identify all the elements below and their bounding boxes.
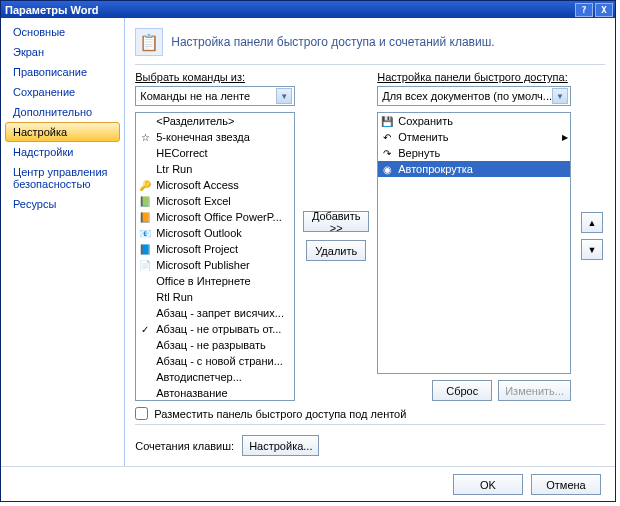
item-icon: ✓ bbox=[138, 322, 152, 336]
list-item[interactable]: Office в Интернете bbox=[136, 273, 294, 289]
list-item[interactable]: Абзац - с новой страни... bbox=[136, 353, 294, 369]
list-item[interactable]: Rtl Run bbox=[136, 289, 294, 305]
list-item[interactable]: 💾Сохранить bbox=[378, 113, 570, 129]
checkbox-label: Разместить панель быстрого доступа под л… bbox=[154, 408, 406, 420]
reset-row: Сброс Изменить... bbox=[377, 380, 571, 401]
checkbox-row: Разместить панель быстрого доступа под л… bbox=[135, 401, 605, 424]
qat-listbox[interactable]: 💾Сохранить↶Отменить▶↷Вернуть◉Автопрокрут… bbox=[377, 112, 571, 374]
item-icon: 🔑 bbox=[138, 178, 152, 192]
remove-button[interactable]: Удалить bbox=[306, 240, 366, 261]
list-item[interactable]: ◉Автопрокрутка bbox=[378, 161, 570, 177]
item-icon: ◉ bbox=[380, 162, 394, 176]
list-item[interactable]: 🔑Microsoft Access bbox=[136, 177, 294, 193]
sidebar-item[interactable]: Ресурсы bbox=[5, 194, 120, 214]
customize-qat-select[interactable]: Для всех документов (по умолч... ▼ bbox=[377, 86, 571, 106]
list-item[interactable]: ↷Вернуть bbox=[378, 145, 570, 161]
show-below-ribbon-checkbox[interactable] bbox=[135, 407, 148, 420]
cancel-button[interactable]: Отмена bbox=[531, 474, 601, 495]
sidebar-item[interactable]: Основные bbox=[5, 22, 120, 42]
title: Параметры Word bbox=[5, 4, 573, 16]
sidebar-item[interactable]: Надстройки bbox=[5, 142, 120, 162]
list-item[interactable]: 📗Microsoft Excel bbox=[136, 193, 294, 209]
chevron-right-icon: ▶ bbox=[562, 133, 568, 142]
item-icon: ↷ bbox=[380, 146, 394, 160]
right-column: Настройка панели быстрого доступа: Для в… bbox=[377, 71, 571, 401]
item-icon: 💾 bbox=[380, 114, 394, 128]
help-button[interactable]: ? bbox=[575, 3, 593, 17]
header-text: Настройка панели быстрого доступа и соче… bbox=[171, 35, 494, 49]
list-item[interactable]: 📘Microsoft Project bbox=[136, 241, 294, 257]
modify-button[interactable]: Изменить... bbox=[498, 380, 571, 401]
chevron-down-icon: ▼ bbox=[276, 88, 292, 104]
item-icon bbox=[138, 386, 152, 400]
item-label: Абзац - запрет висячих... bbox=[156, 307, 284, 319]
commands-listbox[interactable]: <Разделитель>☆5-конечная звездаHECorrect… bbox=[135, 112, 295, 401]
item-icon: 📘 bbox=[138, 242, 152, 256]
item-label: Rtl Run bbox=[156, 291, 193, 303]
item-label: Office в Интернете bbox=[156, 275, 250, 287]
item-label: Автодиспетчер... bbox=[156, 371, 242, 383]
list-item[interactable]: HECorrect bbox=[136, 145, 294, 161]
item-label: Сохранить bbox=[398, 115, 568, 127]
item-icon: 📄 bbox=[138, 258, 152, 272]
item-label: Microsoft Office PowerP... bbox=[156, 211, 282, 223]
add-button[interactable]: Добавить >> bbox=[303, 211, 369, 232]
list-item[interactable]: <Разделитель> bbox=[136, 113, 294, 129]
separator bbox=[135, 424, 605, 425]
list-item[interactable]: Автоназвание bbox=[136, 385, 294, 401]
list-item[interactable]: ↶Отменить▶ bbox=[378, 129, 570, 145]
customize-keyboard-button[interactable]: Настройка... bbox=[242, 435, 319, 456]
sidebar-item[interactable]: Экран bbox=[5, 42, 120, 62]
sidebar-item[interactable]: Дополнительно bbox=[5, 102, 120, 122]
list-item[interactable]: ✓Абзац - не отрывать от... bbox=[136, 321, 294, 337]
ok-button[interactable]: OK bbox=[453, 474, 523, 495]
item-label: Microsoft Access bbox=[156, 179, 239, 191]
body: ОсновныеЭкранПравописаниеСохранениеДопол… bbox=[1, 18, 615, 466]
customize-qat-label: Настройка панели быстрого доступа: bbox=[377, 71, 571, 83]
move-up-button[interactable]: ▲ bbox=[581, 212, 603, 233]
list-item[interactable]: 📄Microsoft Publisher bbox=[136, 257, 294, 273]
item-label: Microsoft Publisher bbox=[156, 259, 250, 271]
chevron-down-icon: ▼ bbox=[552, 88, 568, 104]
item-label: Отменить bbox=[398, 131, 558, 143]
sidebar-item[interactable]: Правописание bbox=[5, 62, 120, 82]
item-label: HECorrect bbox=[156, 147, 207, 159]
list-item[interactable]: 📙Microsoft Office PowerP... bbox=[136, 209, 294, 225]
item-icon: 📗 bbox=[138, 194, 152, 208]
sidebar: ОсновныеЭкранПравописаниеСохранениеДопол… bbox=[1, 18, 125, 466]
list-item[interactable]: ☆5-конечная звезда bbox=[136, 129, 294, 145]
item-label: Абзац - с новой страни... bbox=[156, 355, 283, 367]
item-label: Вернуть bbox=[398, 147, 568, 159]
item-icon: 📧 bbox=[138, 226, 152, 240]
item-icon: ↶ bbox=[380, 130, 394, 144]
item-icon bbox=[138, 274, 152, 288]
item-label: Автопрокрутка bbox=[398, 163, 568, 175]
customize-icon: 📋 bbox=[135, 28, 163, 56]
left-column: Выбрать команды из: Команды не на ленте … bbox=[135, 71, 295, 401]
close-button[interactable]: X bbox=[595, 3, 613, 17]
reset-button[interactable]: Сброс bbox=[432, 380, 492, 401]
choose-commands-select[interactable]: Команды не на ленте ▼ bbox=[135, 86, 295, 106]
list-item[interactable]: Абзац - не разрывать bbox=[136, 337, 294, 353]
updown-column: ▲ ▼ bbox=[579, 71, 605, 401]
header: 📋 Настройка панели быстрого доступа и со… bbox=[135, 24, 605, 64]
middle-column: Добавить >> Удалить bbox=[303, 71, 369, 401]
list-item[interactable]: Абзац - запрет висячих... bbox=[136, 305, 294, 321]
item-icon bbox=[138, 370, 152, 384]
item-label: Ltr Run bbox=[156, 163, 192, 175]
sidebar-item[interactable]: Сохранение bbox=[5, 82, 120, 102]
list-item[interactable]: 📧Microsoft Outlook bbox=[136, 225, 294, 241]
columns: Выбрать команды из: Команды не на ленте … bbox=[135, 71, 605, 401]
sidebar-item[interactable]: Центр управления безопасностью bbox=[5, 162, 120, 194]
item-label: Microsoft Outlook bbox=[156, 227, 242, 239]
sidebar-item[interactable]: Настройка bbox=[5, 122, 120, 142]
item-label: Microsoft Excel bbox=[156, 195, 231, 207]
separator bbox=[135, 64, 605, 65]
item-label: Microsoft Project bbox=[156, 243, 238, 255]
list-item[interactable]: Ltr Run bbox=[136, 161, 294, 177]
dialog: Параметры Word ? X ОсновныеЭкранПравопис… bbox=[0, 0, 616, 502]
titlebar: Параметры Word ? X bbox=[1, 1, 615, 18]
move-down-button[interactable]: ▼ bbox=[581, 239, 603, 260]
list-item[interactable]: Автодиспетчер... bbox=[136, 369, 294, 385]
item-icon bbox=[138, 162, 152, 176]
